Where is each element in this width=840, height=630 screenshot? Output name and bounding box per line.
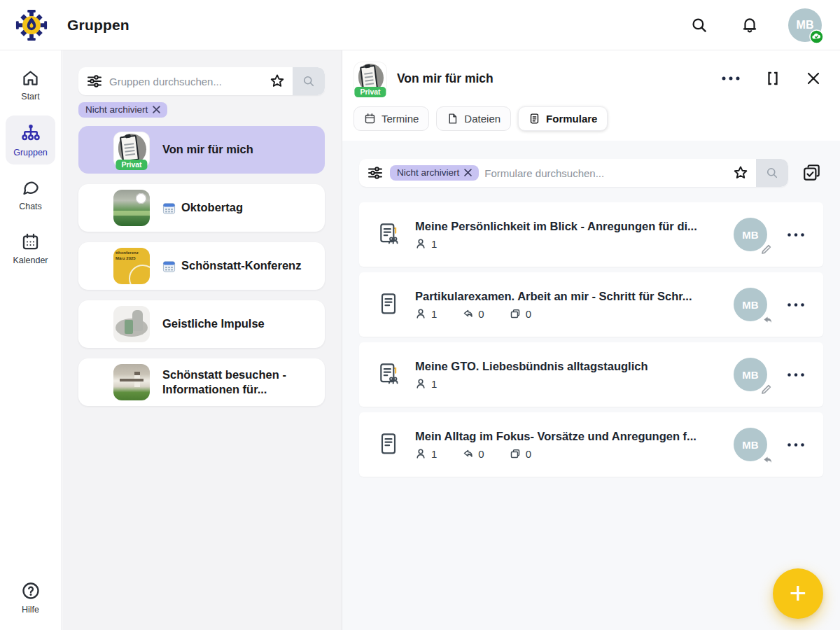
form-people-icon [377,222,400,247]
chat-bubble-icon [21,178,40,197]
person-icon [415,448,426,459]
group-avatar [113,306,150,342]
sidebar-item-label: Chats [19,202,42,211]
group-card-oktobertag[interactable]: Oktobertag [78,184,325,232]
copies-stat: 0 [510,308,531,320]
search-icon [765,166,779,180]
form-title: Meine GTO. Liebesbündnis alltagstauglich [415,360,718,373]
form-row[interactable]: Meine Persönlichkeit im Blick - Anregung… [359,202,823,267]
participants-stat: 1 [415,308,437,320]
form-icon [377,432,400,457]
global-search-button[interactable] [687,13,711,37]
detail-close-button[interactable] [802,67,825,90]
forms-search-submit-button[interactable] [756,159,788,187]
sidebar-item-label: Hilfe [22,605,39,615]
ellipsis-icon [787,232,805,237]
tab-termine[interactable]: Termine [354,106,429,131]
detail-content: Nicht archiviert [342,141,840,477]
help-icon [21,581,41,601]
close-icon [805,70,822,87]
groups-hierarchy-icon [20,122,41,144]
page-title: Gruppen [67,17,130,34]
group-detail-panel: Privat Von mir für mich [342,50,840,630]
form-row-menu-button[interactable] [783,228,809,241]
groups-favorites-button[interactable] [262,73,293,90]
groups-search-input[interactable] [109,76,262,88]
form-owner-avatar: MB [734,358,767,391]
groups-search-submit-button[interactable] [293,67,325,95]
form-row-menu-button[interactable] [783,368,809,382]
home-icon [21,69,40,88]
sidebar-item-gruppen[interactable]: Gruppen [6,115,55,164]
group-name: Geistliche Impulse [162,316,265,331]
form-row-menu-button[interactable] [783,298,809,312]
search-icon [302,74,316,88]
sliders-icon [87,74,102,89]
plus-icon: + [790,579,807,608]
group-card-geistliche-impulse[interactable]: Geistliche Impulse [78,300,325,348]
sidebar-item-kalender[interactable]: Kalender [6,225,55,272]
sidebar-item-chats[interactable]: Chats [6,172,55,218]
group-avatar [113,190,150,226]
replies-stat: 0 [462,308,484,320]
participants-stat: 1 [415,238,437,250]
reply-arrow-icon [462,308,473,319]
group-card-von-mir-fuer-mich[interactable]: Privat Von mir für mich [78,126,325,174]
detail-more-menu-button[interactable] [718,73,743,84]
person-icon [415,238,426,249]
detail-expand-button[interactable] [762,67,784,90]
chip-remove-icon[interactable] [153,106,160,113]
form-owner-avatar: MB [734,288,767,321]
participants-stat: 1 [415,378,437,390]
filter-chip-nicht-archiviert[interactable]: Nicht archiviert [78,102,167,118]
groups-filter-button[interactable] [78,74,109,89]
form-row[interactable]: Meine GTO. Liebesbündnis alltagstauglich… [359,342,823,407]
participants-stat: 1 [415,448,437,460]
calendar-icon [364,113,376,125]
multi-select-button[interactable] [801,162,823,184]
groups-search-bar [78,67,325,95]
notifications-button[interactable] [738,13,762,37]
reply-arrow-icon [462,448,473,459]
sliders-icon [368,165,383,181]
detail-group-avatar: Privat [354,62,387,95]
form-owner-avatar: MB [734,218,767,251]
forms-search-input[interactable] [484,167,725,179]
calendar-emoji-icon [162,202,176,215]
group-card-schoenstatt-konferenz[interactable]: tthonferenzMärz 2025 Schönstatt-Konferen… [78,242,325,290]
form-row[interactable]: Mein Alltag im Fokus- Vorsätze und Anreg… [359,412,823,477]
group-avatar: Privat [113,132,150,168]
form-row[interactable]: Partikularexamen. Arbeit an mir - Schrit… [359,272,823,337]
add-form-fab[interactable]: + [773,568,823,619]
ellipsis-icon [787,372,805,377]
sidebar-item-hilfe[interactable]: Hilfe [6,574,55,622]
sidebar-item-start[interactable]: Start [6,62,55,108]
group-card-schoenstatt-besuchen[interactable]: Schönstatt besuchen - Informationen für.… [78,358,325,406]
top-bar: Gruppen MB [0,0,840,50]
form-people-icon [377,362,400,387]
forms-filter-button[interactable] [359,165,390,181]
ellipsis-icon [721,76,741,81]
app-logo-icon [15,9,48,41]
forms-favorites-button[interactable] [725,164,756,181]
pencil-icon [760,243,773,255]
group-name: Von mir für mich [162,142,253,157]
tab-formulare[interactable]: Formulare [518,106,608,131]
group-name: Schönstatt-Konferenz [181,258,301,273]
chip-remove-icon[interactable] [464,169,472,176]
detail-header: Privat Von mir für mich [342,50,840,141]
star-icon [269,73,286,90]
group-avatar [113,364,150,400]
calendar-icon [21,232,40,251]
forms-filter-chip[interactable]: Nicht archiviert [390,165,479,181]
person-icon [415,378,426,389]
person-icon [415,308,426,319]
star-icon [732,164,749,181]
group-name: Schönstatt besuchen - Informationen für.… [162,368,311,398]
group-avatar: tthonferenzMärz 2025 [113,248,150,284]
tab-dateien[interactable]: Dateien [436,106,511,131]
replies-stat: 0 [462,448,484,460]
user-avatar[interactable]: MB [788,8,822,42]
sidebar-item-label: Kalender [13,255,48,265]
form-row-menu-button[interactable] [783,438,809,451]
